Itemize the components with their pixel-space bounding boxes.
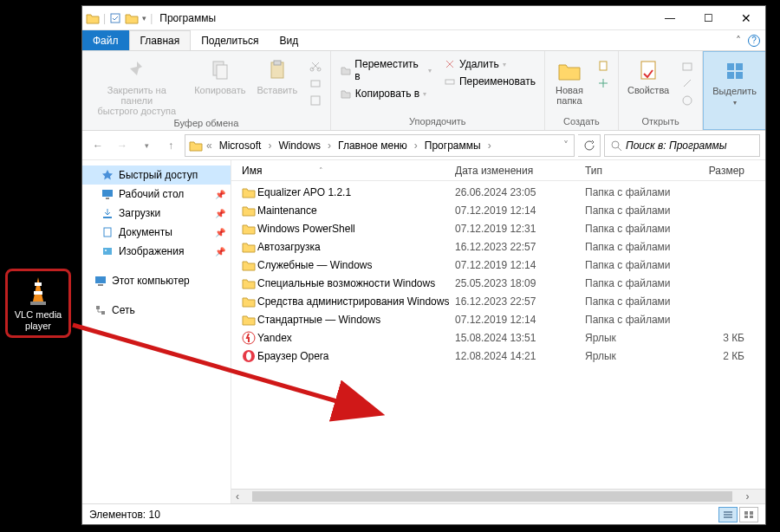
scroll-right-icon[interactable]: ›	[741, 490, 753, 503]
sidebar-item-thispc[interactable]: Этот компьютер	[82, 271, 231, 290]
recent-button[interactable]: ▾	[136, 135, 157, 156]
open-button[interactable]	[678, 58, 697, 74]
tab-share[interactable]: Поделиться	[191, 30, 269, 50]
minimize-button[interactable]: —	[651, 6, 689, 30]
table-row[interactable]: Maintenance07.12.2019 12:14Папка с файла…	[231, 201, 765, 219]
icons-view-icon	[744, 510, 754, 519]
table-row[interactable]: Windows PowerShell07.12.2019 12:31Папка …	[231, 219, 765, 237]
details-view-button[interactable]	[718, 507, 738, 522]
tab-view[interactable]: Вид	[269, 30, 309, 50]
close-button[interactable]: ✕	[727, 6, 765, 30]
file-type: Папка с файлами	[585, 277, 686, 289]
delete-button[interactable]: Удалить▾	[440, 56, 539, 72]
folder-icon	[242, 186, 257, 198]
breadcrumb[interactable]: « Microsoft› Windows› Главное меню› Прог…	[185, 134, 575, 157]
window-title: Программы	[159, 12, 216, 24]
sidebar-item-desktop[interactable]: Рабочий стол📌	[82, 185, 231, 204]
file-name: Maintenance	[257, 204, 455, 217]
svg-rect-3	[30, 302, 46, 305]
tab-file[interactable]: Файл	[82, 30, 129, 50]
svg-rect-34	[96, 306, 100, 309]
svg-rect-30	[103, 248, 112, 255]
sidebar-item-quickaccess[interactable]: Быстрый доступ	[82, 165, 231, 185]
qat-folder-icon[interactable]	[125, 12, 139, 24]
copypath-button[interactable]	[306, 75, 325, 91]
search-icon	[610, 139, 622, 152]
table-row[interactable]: Yandex15.08.2024 13:51Ярлык3 КБ	[231, 328, 765, 347]
file-pane: Имя˄ Дата изменения Тип Размер Equalizer…	[231, 160, 765, 503]
scrollbar-thumb[interactable]	[252, 491, 732, 502]
maximize-button[interactable]: ☐	[689, 6, 727, 30]
sidebar-item-network[interactable]: Сеть	[82, 301, 231, 320]
svg-rect-13	[311, 81, 320, 87]
copy-button[interactable]: Копировать	[192, 56, 249, 97]
rename-button[interactable]: Переименовать	[440, 74, 539, 89]
newfolder-button[interactable]: Новая папка	[550, 56, 588, 107]
file-date: 15.08.2024 13:51	[455, 332, 585, 344]
tab-home[interactable]: Главная	[129, 30, 192, 50]
paste-shortcut-button[interactable]	[306, 93, 325, 108]
file-date: 25.05.2023 18:09	[455, 277, 585, 289]
svg-rect-8	[217, 65, 227, 79]
breadcrumb-seg[interactable]: Программы	[421, 135, 484, 156]
easyaccess-button[interactable]	[594, 75, 613, 91]
paste-button[interactable]: Вставить	[254, 56, 301, 97]
svg-rect-22	[727, 72, 734, 79]
desktop-vlc-shortcut[interactable]: VLC media player	[5, 269, 71, 338]
cut-button[interactable]	[306, 58, 325, 74]
table-row[interactable]: Специальные возможности Windows25.05.202…	[231, 274, 765, 292]
table-row[interactable]: Equalizer APO 1.2.126.06.2024 23:05Папка…	[231, 183, 765, 201]
svg-rect-2	[34, 291, 42, 295]
breadcrumb-dropdown[interactable]: ˅	[562, 139, 570, 152]
folder-icon	[242, 204, 257, 217]
sidebar-item-documents[interactable]: Документы📌	[82, 223, 231, 242]
pin-button[interactable]: Закрепить на панели быстрого доступа	[88, 56, 186, 118]
breadcrumb-seg[interactable]: Windows	[275, 135, 324, 156]
back-button[interactable]: ←	[88, 135, 108, 156]
help-icon[interactable]: ?	[748, 35, 760, 47]
file-date: 07.12.2019 12:14	[455, 314, 585, 326]
properties-button[interactable]: Свойства	[624, 56, 673, 97]
refresh-button[interactable]	[578, 134, 601, 157]
file-date: 16.12.2023 22:57	[455, 241, 585, 253]
newitem-button[interactable]	[594, 58, 613, 74]
col-name[interactable]: Имя˄	[242, 165, 455, 177]
up-button[interactable]: ↑	[160, 135, 181, 156]
breadcrumb-seg[interactable]: Главное меню	[335, 135, 411, 156]
col-date[interactable]: Дата изменения	[455, 165, 585, 177]
qat-checkbox-icon[interactable]	[109, 12, 121, 24]
table-row[interactable]: Средства администрирования Windows16.12.…	[231, 292, 765, 310]
folder-icon	[242, 241, 257, 253]
scroll-left-icon[interactable]: ‹	[231, 490, 244, 503]
sidebar-item-pictures[interactable]: Изображения📌	[82, 242, 231, 261]
table-row[interactable]: Браузер Opera12.08.2024 14:21Ярлык2 КБ	[231, 347, 765, 365]
statusbar: Элементов: 10	[82, 503, 765, 524]
file-type: Ярлык	[585, 350, 686, 362]
table-row[interactable]: Служебные — Windows07.12.2019 12:14Папка…	[231, 256, 765, 274]
history-button[interactable]	[678, 93, 697, 108]
path-icon	[309, 77, 322, 89]
folder-icon	[242, 259, 257, 271]
horizontal-scrollbar[interactable]: ‹ ›	[231, 489, 765, 503]
table-row[interactable]: Стандартные — Windows07.12.2019 12:14Пап…	[231, 310, 765, 328]
file-list[interactable]: Equalizer APO 1.2.126.06.2024 23:05Папка…	[231, 181, 765, 489]
search-input[interactable]: Поиск в: Программы	[604, 134, 760, 157]
ribbon-group-new: Новая папка Создать	[545, 51, 619, 130]
edit-button[interactable]	[678, 75, 697, 91]
forward-button[interactable]: →	[112, 135, 133, 156]
breadcrumb-seg[interactable]: Microsoft	[216, 135, 265, 156]
moveto-button[interactable]: Переместить в▾	[336, 56, 435, 84]
pc-icon	[94, 275, 107, 287]
icons-view-button[interactable]	[739, 507, 758, 522]
selectall-button[interactable]: Выделить ▾	[709, 57, 760, 108]
svg-rect-16	[600, 62, 607, 70]
col-size[interactable]: Размер	[686, 165, 765, 177]
sidebar-item-downloads[interactable]: Загрузки📌	[82, 204, 231, 223]
file-type: Папка с файлами	[585, 186, 686, 198]
ribbon-collapse-icon[interactable]: ˄	[736, 35, 741, 47]
paste-icon	[265, 58, 289, 82]
col-type[interactable]: Тип	[585, 165, 686, 177]
table-row[interactable]: Автозагрузка16.12.2023 22:57Папка с файл…	[231, 237, 765, 256]
qat-dropdown-icon[interactable]: ▾	[142, 14, 146, 23]
copyto-button[interactable]: Копировать в▾	[336, 86, 435, 101]
